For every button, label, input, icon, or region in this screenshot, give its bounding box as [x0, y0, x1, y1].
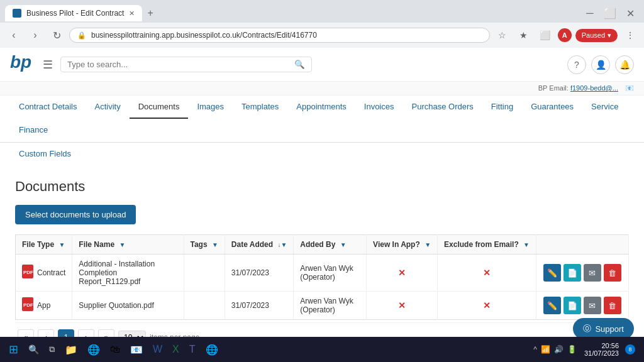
nav-tabs: Contract Details Activity Documents Imag… [0, 96, 644, 143]
tab-close-icon[interactable]: ✕ [129, 9, 135, 18]
taskbar-battery-icon: 🔋 [567, 345, 577, 354]
file-name-filter-icon[interactable]: ▼ [119, 241, 125, 248]
extensions-icon[interactable]: ⬜ [536, 26, 554, 44]
minimize-button[interactable]: ─ [581, 4, 599, 22]
windows-start-button[interactable]: ⊞ [5, 340, 22, 359]
store-button[interactable]: 🛍 [106, 341, 124, 358]
col-exclude-from-email: Exclude from Email? ▼ [438, 235, 536, 255]
teams-button[interactable]: T [186, 341, 199, 358]
email-icon[interactable]: 📧 [625, 84, 634, 92]
task-view-icon: ⧉ [49, 344, 55, 354]
search-taskbar-button[interactable]: 🔍 [25, 342, 43, 357]
tab-invoices[interactable]: Invoices [355, 96, 403, 119]
user-avatar[interactable]: A [558, 28, 572, 42]
restore-button[interactable]: ⬜ [601, 4, 619, 22]
added-by-cell: Arwen Van Wyk (Operator) [294, 255, 367, 292]
taskbar-search-icon: 🔍 [28, 344, 39, 354]
exclude-email-cell: ✕ [438, 255, 536, 292]
hamburger-menu[interactable]: ☰ [43, 58, 53, 72]
menu-icon[interactable]: ⋮ [621, 26, 639, 44]
email-button[interactable]: ✉ [584, 264, 601, 282]
col-date-added: Date Added ↓▼ [225, 235, 293, 255]
tab-templates[interactable]: Templates [233, 96, 287, 119]
date-added-cell: 31/07/2023 [225, 255, 293, 292]
upload-documents-button[interactable]: Select documents to upload [15, 205, 136, 224]
taskbar-sound-icon: 🔊 [554, 345, 564, 354]
support-button[interactable]: ⓪ Support [573, 318, 634, 339]
new-tab-button[interactable]: + [142, 5, 158, 21]
page-title: Documents [15, 178, 629, 195]
bookmark-icon[interactable]: ☆ [494, 26, 511, 44]
bp-email-link[interactable]: f1909-bedd@... [570, 84, 618, 92]
tab-activity[interactable]: Activity [86, 96, 129, 119]
added-by-cell: Arwen Van Wyk (Operator) [294, 292, 367, 320]
tab-custom-fields[interactable]: Custom Fields [10, 143, 80, 166]
taskbar-wifi-icon: 📶 [541, 345, 550, 354]
documents-table: File Type ▼ File Name ▼ Tags ▼ Date Adde… [15, 234, 629, 320]
task-view-button[interactable]: ⧉ [45, 342, 58, 357]
taskbar: ⊞ 🔍 ⧉ 📁 🌐 🛍 📧 W X T 🌐 ^ 📶 🔊 🔋 20:56 31/0… [0, 337, 644, 362]
help-button[interactable]: ? [567, 55, 586, 74]
excel-button[interactable]: X [169, 341, 183, 358]
col-file-type: File Type ▼ [16, 235, 72, 255]
word-icon: W [153, 344, 162, 355]
file-explorer-button[interactable]: 📁 [61, 341, 81, 358]
file-name-cell: Supplier Quotation.pdf [72, 292, 184, 320]
copy-button[interactable]: 📄 [564, 264, 581, 282]
added-by-filter-icon[interactable]: ▼ [340, 241, 347, 248]
folder-icon: 📁 [65, 344, 77, 356]
close-button[interactable]: ✕ [621, 4, 639, 22]
outlook-button[interactable]: 📧 [126, 341, 147, 358]
edit-button[interactable]: ✏️ [543, 297, 561, 314]
edge-icon: 🌐 [87, 344, 100, 356]
browser-tab[interactable]: Business Pilot - Edit Contract ✕ [5, 5, 142, 21]
forward-button[interactable]: › [26, 26, 44, 44]
date-filter-icon[interactable]: ↓▼ [277, 241, 287, 248]
tags-filter-icon[interactable]: ▼ [212, 241, 218, 248]
star-icon[interactable]: ★ [515, 26, 533, 44]
exclude-email-no-icon: ✕ [483, 268, 491, 278]
file-type-filter-icon[interactable]: ▼ [58, 241, 65, 248]
tab-images[interactable]: Images [188, 96, 233, 119]
exclude-filter-icon[interactable]: ▼ [523, 241, 530, 248]
reload-button[interactable]: ↻ [48, 26, 65, 44]
tab-appointments[interactable]: Appointments [287, 96, 355, 119]
edge-button[interactable]: 🌐 [84, 341, 104, 358]
notification-button[interactable]: 🔔 [615, 55, 634, 74]
svg-text:bp: bp [10, 53, 31, 72]
user-button[interactable]: 👤 [591, 55, 610, 74]
word-button[interactable]: W [149, 341, 166, 358]
tab-guarantees[interactable]: Guarantees [522, 96, 582, 119]
svg-point-0 [14, 10, 20, 16]
view-in-app-no-icon: ✕ [398, 300, 406, 310]
search-input[interactable] [67, 60, 291, 69]
delete-button[interactable]: 🗑 [604, 264, 621, 282]
outlook-icon: 📧 [130, 344, 143, 356]
tab-finance[interactable]: Finance [10, 119, 57, 142]
notification-badge-button[interactable]: 8 [621, 342, 639, 357]
col-actions [536, 235, 628, 255]
copy-button[interactable]: 📄 [564, 297, 581, 314]
email-button[interactable]: ✉ [584, 297, 601, 314]
nav-tab-row2: Custom Fields [0, 143, 644, 168]
support-label: Support [595, 324, 624, 334]
search-box: 🔍 [60, 57, 312, 72]
chrome-button[interactable]: 🌐 [202, 341, 222, 358]
chrome-icon: 🌐 [206, 344, 218, 356]
paused-button[interactable]: Paused ▾ [575, 29, 618, 42]
tab-documents[interactable]: Documents [130, 96, 189, 119]
windows-logo-icon: ⊞ [9, 343, 18, 356]
view-in-app-filter-icon[interactable]: ▼ [425, 241, 431, 248]
tab-purchase-orders[interactable]: Purchase Orders [403, 96, 482, 119]
edit-button[interactable]: ✏️ [543, 264, 561, 282]
back-button[interactable]: ‹ [5, 26, 23, 44]
tab-contract-details[interactable]: Contract Details [10, 96, 86, 119]
search-button[interactable]: 🔍 [294, 60, 305, 69]
tab-fitting[interactable]: Fitting [482, 96, 522, 119]
tab-service[interactable]: Service [582, 96, 627, 119]
svg-text:PDF: PDF [23, 270, 33, 275]
app-logo: bp [10, 53, 35, 76]
delete-button[interactable]: 🗑 [604, 297, 621, 314]
view-in-app-no-icon: ✕ [398, 268, 406, 278]
address-bar[interactable]: 🔒 businesspilottraining.app.businesspilo… [69, 28, 490, 43]
